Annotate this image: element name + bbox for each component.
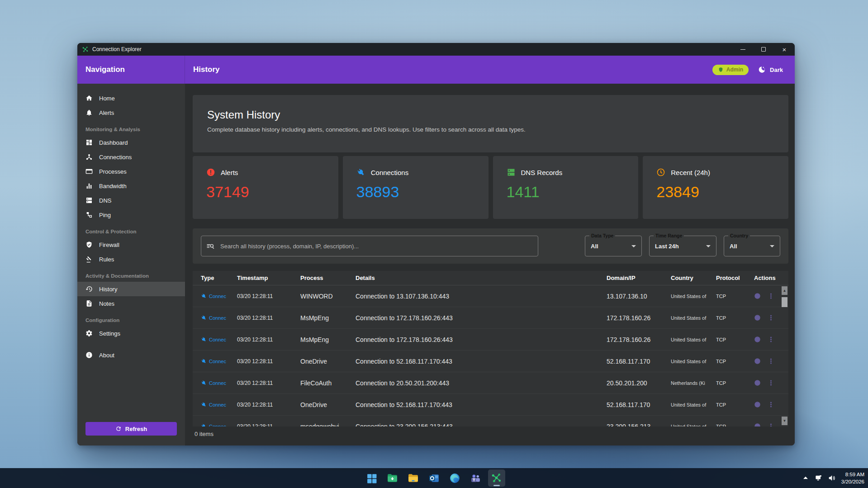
sidebar-item-dashboard[interactable]: Dashboard xyxy=(77,135,185,150)
items-count: 0 items xyxy=(194,431,213,437)
sidebar-item-rules[interactable]: Rules xyxy=(77,252,185,266)
tray-chevron-up-icon[interactable] xyxy=(802,474,809,482)
block-icon[interactable] xyxy=(754,401,761,408)
table-scrollbar[interactable]: ▲ ▼ xyxy=(782,286,787,425)
block-icon[interactable] xyxy=(754,379,761,386)
stats-row: Alerts 37149 Connections 38893 xyxy=(193,156,788,219)
scrollbar-thumb[interactable] xyxy=(782,297,787,307)
country-select[interactable]: Country All xyxy=(724,236,780,256)
teams-icon xyxy=(470,473,481,484)
sidebar-item-ping[interactable]: Ping xyxy=(77,208,185,222)
more-vertical-icon[interactable] xyxy=(768,358,774,365)
plug-icon xyxy=(201,336,207,342)
taskbar-connection-explorer[interactable] xyxy=(488,469,505,487)
window-icon xyxy=(85,168,93,175)
sidebar-section-control: Control & Protection xyxy=(77,229,185,234)
close-button[interactable]: × xyxy=(774,43,795,56)
stat-card-alerts: Alerts 37149 xyxy=(193,156,338,219)
more-vertical-icon[interactable] xyxy=(768,423,774,426)
search-input[interactable] xyxy=(201,236,538,256)
table-row[interactable]: Connec 03/20 12:28:11 OneDrive Connectio… xyxy=(193,351,788,372)
more-vertical-icon[interactable] xyxy=(768,336,774,343)
taskbar-file-explorer[interactable] xyxy=(405,469,422,487)
hero-title: System History xyxy=(207,109,774,121)
sidebar-item-bandwidth[interactable]: Bandwidth xyxy=(77,179,185,193)
block-icon[interactable] xyxy=(754,358,761,365)
sidebar-item-settings[interactable]: Settings xyxy=(77,326,185,341)
nav-title: Navigation xyxy=(85,65,125,74)
shield-check-icon xyxy=(85,241,93,248)
theme-toggle[interactable]: Dark xyxy=(758,66,783,74)
sidebar-item-connections[interactable]: Connections xyxy=(77,150,185,164)
refresh-icon xyxy=(115,426,122,432)
main-content: System History Complete database history… xyxy=(185,84,795,445)
block-icon[interactable] xyxy=(754,423,761,426)
table-row[interactable]: Connec 03/20 12:28:11 msedgewebvi Connec… xyxy=(193,416,788,426)
data-type-select[interactable]: Data Type All xyxy=(585,236,642,256)
more-vertical-icon[interactable] xyxy=(768,314,774,321)
document-icon xyxy=(85,300,93,307)
server-icon xyxy=(85,197,93,204)
refresh-button[interactable]: Refresh xyxy=(85,422,177,436)
sidebar-item-dns[interactable]: DNS xyxy=(77,193,185,208)
network-icon[interactable] xyxy=(815,474,822,482)
sidebar-item-notes[interactable]: Notes xyxy=(77,296,185,311)
theme-label: Dark xyxy=(770,66,783,73)
page-title: History xyxy=(193,65,220,74)
sidebar-item-history[interactable]: History xyxy=(77,282,185,296)
taskbar-clock[interactable]: 8:59 AM 3/20/2026 xyxy=(841,471,864,485)
scroll-down-button[interactable]: ▼ xyxy=(782,417,787,425)
sidebar-item-alerts[interactable]: Alerts xyxy=(77,105,185,120)
taskbar-teams[interactable] xyxy=(467,469,484,487)
hero-subtitle: Complete database history including aler… xyxy=(207,126,774,133)
taskbar-edge[interactable] xyxy=(446,469,464,487)
time-range-select-value: Last 24h xyxy=(655,243,679,250)
plug-icon xyxy=(356,168,365,177)
downloads-folder-icon xyxy=(387,473,398,484)
block-icon[interactable] xyxy=(754,314,761,321)
table-row[interactable]: Connec 03/20 12:28:11 FileCoAuth Connect… xyxy=(193,372,788,394)
plug-icon xyxy=(201,380,207,386)
table-header: Type Timestamp Process Details Domain/IP… xyxy=(193,271,788,285)
sidebar-item-processes[interactable]: Processes xyxy=(77,164,185,179)
stat-card-recent: Recent (24h) 23849 xyxy=(643,156,788,219)
table-row[interactable]: Connec 03/20 12:28:11 MsMpEng Connection… xyxy=(193,307,788,329)
filter-bar: Data Type All Time Range Last 24h Countr… xyxy=(193,228,788,264)
table-row[interactable]: Connec 03/20 12:28:11 WINWORD Connection… xyxy=(193,285,788,307)
sidebar-section-activity: Activity & Documentation xyxy=(77,273,185,279)
scroll-up-button[interactable]: ▲ xyxy=(782,286,787,295)
more-vertical-icon[interactable] xyxy=(768,401,774,408)
more-vertical-icon[interactable] xyxy=(768,293,774,299)
plug-icon xyxy=(201,402,207,407)
taskbar-outlook[interactable] xyxy=(426,469,443,487)
window-controls: × xyxy=(732,43,795,56)
table-row[interactable]: Connec 03/20 12:28:11 MsMpEng Connection… xyxy=(193,329,788,351)
search-box xyxy=(201,236,538,256)
minimize-button[interactable] xyxy=(732,43,753,56)
outlook-icon xyxy=(428,473,440,484)
plug-icon xyxy=(201,358,207,364)
sidebar-item-firewall[interactable]: Firewall xyxy=(77,237,185,252)
sidebar-item-about[interactable]: About xyxy=(77,348,185,362)
moon-icon xyxy=(758,66,766,74)
sidebar-item-home[interactable]: Home xyxy=(77,91,185,105)
table-row[interactable]: Connec 03/20 12:28:11 OneDrive Connectio… xyxy=(193,394,788,416)
start-button[interactable] xyxy=(363,469,380,487)
sidebar: Home Alerts Monitoring & Analysis Dashbo… xyxy=(77,84,185,445)
clock-time: 8:59 AM xyxy=(841,471,864,478)
app-window: Connection Explorer × Navigation History… xyxy=(77,43,795,445)
block-icon[interactable] xyxy=(754,336,761,343)
taskbar-downloads-folder[interactable] xyxy=(384,469,401,487)
chevron-down-icon xyxy=(770,245,774,247)
maximize-button[interactable] xyxy=(753,43,774,56)
time-range-select[interactable]: Time Range Last 24h xyxy=(649,236,716,256)
more-vertical-icon[interactable] xyxy=(768,379,774,386)
history-clock-icon xyxy=(85,285,93,293)
block-icon[interactable] xyxy=(754,293,761,299)
volume-icon[interactable] xyxy=(828,474,835,482)
stat-value-dns: 1411 xyxy=(507,183,625,201)
stat-label: Recent (24h) xyxy=(671,169,710,176)
stat-value-alerts: 37149 xyxy=(206,183,325,201)
history-table: Type Timestamp Process Details Domain/IP… xyxy=(193,271,788,426)
file-explorer-icon xyxy=(408,473,419,484)
